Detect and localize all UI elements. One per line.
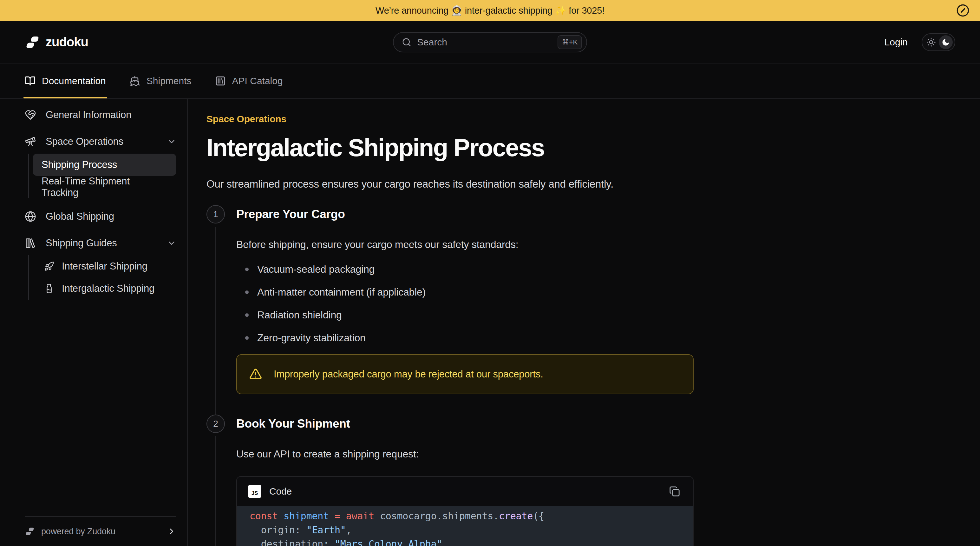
step-2: 2 Book Your Shipment Use our API to crea… xyxy=(207,415,961,546)
step-paragraph: Before shipping, ensure your cargo meets… xyxy=(236,238,694,251)
sidebar-item-label: Shipping Guides xyxy=(46,238,117,249)
lead-paragraph: Our streamlined process ensures your car… xyxy=(207,177,961,191)
triangle-alert-icon xyxy=(249,367,262,381)
announcement-text: We’re announcing 👩‍🚀 inter-galactic ship… xyxy=(375,5,605,16)
top-navigation: Documentation Shipments API Catalog xyxy=(0,64,980,99)
code-block-title: Code xyxy=(269,486,292,497)
zudoku-logo[interactable]: zudoku xyxy=(25,35,88,49)
book-open-icon xyxy=(25,75,35,86)
process-steps: 1 Prepare Your Cargo Before shipping, en… xyxy=(207,205,961,546)
heart-handshake-icon xyxy=(25,109,36,121)
page-title: Intergalactic Shipping Process xyxy=(207,133,961,162)
sidebar-item-label: General Information xyxy=(46,109,131,121)
sidebar-item-label: Interstellar Shipping xyxy=(62,260,148,272)
safety-standards-list: Vacuum-sealed packaging Anti-matter cont… xyxy=(236,262,694,345)
sidebar-item-general-information[interactable]: General Information xyxy=(25,104,177,126)
header-actions: Login xyxy=(885,34,955,51)
sidebar-item-label: Global Shipping xyxy=(46,211,114,222)
step-heading: Prepare Your Cargo xyxy=(236,205,694,224)
step-connector-line xyxy=(215,436,216,546)
sidebar-item-label: Intergalactic Shipping xyxy=(62,283,154,294)
login-button[interactable]: Login xyxy=(885,37,908,48)
search-icon xyxy=(402,37,411,47)
sidebar-item-label: Space Operations xyxy=(46,136,123,147)
tab-shipments[interactable]: Shipments xyxy=(129,64,192,98)
rocket-icon xyxy=(44,261,54,271)
tab-label: API Catalog xyxy=(232,75,283,86)
main-content: Space Operations Intergalactic Shipping … xyxy=(188,99,980,546)
step-number-badge: 2 xyxy=(207,415,225,433)
copy-icon xyxy=(669,486,680,497)
sidebar-item-label: Real-Time Shipment Tracking xyxy=(41,176,167,198)
telescope-icon xyxy=(25,136,36,147)
zudoku-logo-icon xyxy=(25,527,34,536)
chevron-right-icon xyxy=(167,527,177,536)
sidebar-sublist-space-operations: Shipping Process Real-Time Shipment Trac… xyxy=(28,154,177,198)
circle-x-icon xyxy=(956,4,969,17)
step-1: 1 Prepare Your Cargo Before shipping, en… xyxy=(207,205,961,415)
search-input[interactable] xyxy=(417,37,558,48)
step-number-badge: 1 xyxy=(207,205,225,224)
chevron-down-icon xyxy=(167,238,177,248)
sidebar-group-shipping-guides[interactable]: Shipping Guides xyxy=(25,232,177,254)
sidebar-item-global-shipping[interactable]: Global Shipping xyxy=(25,206,177,227)
list-item: Zero-gravity stabilization xyxy=(236,331,694,345)
sidebar-item-interstellar-shipping[interactable]: Interstellar Shipping xyxy=(33,255,177,278)
list-item: Anti-matter containment (if applicable) xyxy=(236,285,694,299)
copy-code-button[interactable] xyxy=(668,484,682,498)
moon-icon[interactable] xyxy=(939,35,953,49)
list-item: Radiation shielding xyxy=(236,308,694,322)
search-box[interactable]: ⌘+K xyxy=(393,32,587,53)
divider xyxy=(25,201,177,206)
step-rail: 2 xyxy=(207,415,225,546)
powered-by-label: powered by Zudoku xyxy=(41,527,115,536)
javascript-language-icon: JS xyxy=(248,485,261,498)
library-square-icon xyxy=(215,75,226,86)
globe-icon xyxy=(25,211,36,222)
divider xyxy=(25,227,177,232)
site-header: zudoku ⌘+K Login xyxy=(0,21,980,64)
code-block-header: JS Code xyxy=(237,477,693,506)
tab-label: Shipments xyxy=(146,75,192,86)
powered-by-zudoku-link[interactable]: powered by Zudoku xyxy=(25,516,177,546)
tab-api-catalog[interactable]: API Catalog xyxy=(215,64,283,98)
announcement-banner: We’re announcing 👩‍🚀 inter-galactic ship… xyxy=(0,0,980,21)
banner-close-button[interactable] xyxy=(956,3,970,18)
step-connector-line xyxy=(215,227,216,415)
code-line: const shipment = await cosmocargo.shipme… xyxy=(250,509,680,523)
tab-label: Documentation xyxy=(42,75,106,86)
step-paragraph: Use our API to create a shipping request… xyxy=(236,447,694,461)
callout-text: Improperly packaged cargo may be rejecte… xyxy=(274,368,543,381)
milk-bottle-icon xyxy=(44,284,54,294)
sidebar: General Information Space Operations Shi… xyxy=(0,99,188,546)
sidebar-group-space-operations[interactable]: Space Operations xyxy=(25,131,177,152)
tab-documentation[interactable]: Documentation xyxy=(25,64,106,98)
sidebar-item-shipping-process[interactable]: Shipping Process xyxy=(33,154,177,176)
caution-callout: Improperly packaged cargo may be rejecte… xyxy=(236,354,694,394)
category-eyebrow: Space Operations xyxy=(207,113,961,125)
zudoku-logo-icon xyxy=(25,35,39,49)
theme-toggle[interactable] xyxy=(922,34,955,51)
code-block: JS Code const shipment = await cosmocarg… xyxy=(236,476,694,546)
chevron-down-icon xyxy=(167,137,177,146)
sidebar-item-real-time-shipment-tracking[interactable]: Real-Time Shipment Tracking xyxy=(33,176,177,198)
library-icon xyxy=(25,238,36,249)
step-rail: 1 xyxy=(207,205,225,415)
divider xyxy=(25,126,177,131)
sidebar-item-label: Shipping Process xyxy=(41,159,117,171)
list-item: Vacuum-sealed packaging xyxy=(236,262,694,276)
logo-text: zudoku xyxy=(46,35,88,49)
sidebar-item-intergalactic-shipping[interactable]: Intergalactic Shipping xyxy=(33,278,177,300)
search-shortcut-badge: ⌘+K xyxy=(558,35,582,49)
code-line: destination: "Mars Colony Alpha" xyxy=(250,537,680,546)
ship-icon xyxy=(129,75,140,86)
step-heading: Book Your Shipment xyxy=(236,415,694,433)
sidebar-sublist-shipping-guides: Interstellar Shipping Intergalactic Ship… xyxy=(28,255,177,300)
code-content: const shipment = await cosmocargo.shipme… xyxy=(237,506,693,546)
sun-icon[interactable] xyxy=(924,35,938,49)
code-line: origin: "Earth", xyxy=(250,523,680,537)
